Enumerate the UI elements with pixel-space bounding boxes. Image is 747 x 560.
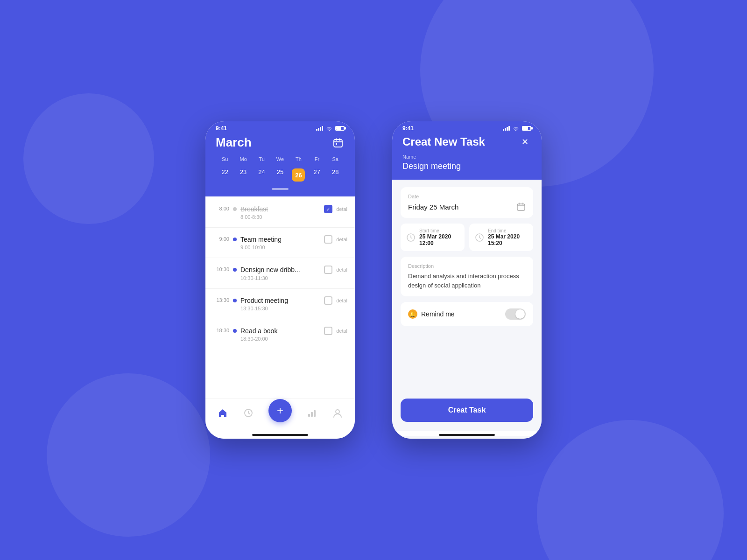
svg-rect-3 (308, 414, 310, 417)
task-checkbox-book[interactable] (324, 327, 332, 335)
task-title-design: Densign new dribb... (240, 266, 320, 274)
status-time-2: 9:41 (402, 125, 414, 132)
wifi-icon-2 (513, 126, 519, 131)
task-time-design: 10:30 (213, 266, 229, 272)
task-checkbox-design[interactable] (324, 266, 332, 274)
weekdays-row: Su Mo Tu We Th Fr Sa (216, 156, 345, 162)
bg-decoration-3 (23, 93, 154, 224)
battery-icon-1 (335, 126, 345, 131)
task-detail-team[interactable]: detal (336, 237, 347, 242)
task-actions-breakfast: detal (324, 205, 347, 213)
profile-icon (332, 407, 343, 419)
weekday-fr: Fr (308, 156, 326, 162)
status-bar-1: 9:41 (205, 121, 355, 133)
fab-plus-button[interactable]: + (268, 399, 292, 422)
time-section: Start time 25 Mar 2020 12:00 End time 25… (401, 224, 533, 251)
task-checkbox-product[interactable] (324, 296, 332, 305)
end-time-info: End time 25 Mar 2020 15:20 (488, 228, 528, 246)
nav-profile[interactable] (332, 407, 343, 419)
separator-1 (205, 227, 355, 228)
task-title-product: Product meeting (240, 296, 320, 305)
create-task-header: Creat New Task ✕ Name Design meeting (392, 133, 542, 180)
date-label: Date (408, 194, 526, 199)
form-body: Date Friday 25 March (392, 180, 542, 399)
create-task-title: Creat New Task (402, 135, 485, 148)
date-23[interactable]: 23 (234, 167, 252, 183)
chart-icon (306, 407, 317, 419)
task-actions-book: detal (324, 327, 347, 335)
task-checkbox-breakfast[interactable] (324, 205, 332, 213)
signal-icon-1 (316, 126, 323, 131)
reminder-section: 🔔 Remind me (401, 302, 533, 326)
task-content-product: Product meeting 13:30-15:30 (240, 296, 320, 311)
calendar-icon[interactable] (331, 136, 345, 149)
start-time-card[interactable]: Start time 25 Mar 2020 12:00 (401, 224, 465, 251)
date-27[interactable]: 27 (308, 167, 326, 183)
weekday-we: We (271, 156, 289, 162)
date-25[interactable]: 25 (271, 167, 289, 183)
nav-home[interactable] (217, 407, 228, 419)
tasks-list: 8:00 Breakfast 8:00-8:30 detal 9:00 Team… (205, 196, 355, 399)
task-subtitle-design: 10:30-11:30 (240, 275, 320, 281)
task-detail-breakfast[interactable]: detal (336, 206, 347, 212)
task-content-book: Read a book 18:30-20:00 (240, 327, 320, 342)
task-time-product: 13:30 (213, 296, 229, 303)
close-button[interactable]: ✕ (518, 135, 531, 148)
task-detail-design[interactable]: detal (336, 267, 347, 273)
task-row-book: 18:30 Read a book 18:30-20:00 detal (205, 323, 355, 345)
date-26-active[interactable]: 26 (289, 167, 308, 183)
calendar-title-row: March (216, 135, 345, 150)
date-value[interactable]: Friday 25 March (408, 202, 526, 211)
date-section: Date Friday 25 March (401, 187, 533, 218)
description-value[interactable]: Demand analysis and interaction process … (408, 272, 526, 290)
task-content-team: Team meeting 9:00-10:00 (240, 235, 320, 250)
name-field-label: Name (402, 154, 531, 160)
task-actions-design: detal (324, 266, 347, 274)
task-title-breakfast: Breakfast (240, 205, 320, 213)
remind-toggle[interactable] (505, 308, 526, 320)
status-bar-2: 9:41 (392, 121, 542, 133)
task-subtitle-product: 13:30-15:30 (240, 306, 320, 311)
nav-clock[interactable] (243, 407, 254, 419)
date-22[interactable]: 22 (216, 167, 234, 183)
date-24[interactable]: 24 (253, 167, 271, 183)
task-dot-breakfast (233, 207, 237, 211)
end-time-card[interactable]: End time 25 Mar 2020 15:20 (469, 224, 533, 251)
remind-label: Remind me (421, 310, 455, 318)
task-time-book: 18:30 (213, 327, 229, 333)
bottom-nav: + (205, 399, 355, 431)
name-field-value[interactable]: Design meeting (402, 161, 531, 171)
task-subtitle-team: 9:00-10:00 (240, 245, 320, 250)
end-time-value: 25 Mar 2020 15:20 (488, 233, 528, 246)
scroll-indicator (216, 188, 345, 190)
weekday-th: Th (289, 156, 308, 162)
create-task-button[interactable]: Creat Task (401, 399, 533, 422)
nav-chart[interactable] (306, 407, 317, 419)
nav-fab[interactable]: + (268, 399, 292, 427)
bg-decoration-2 (47, 373, 210, 537)
task-content-breakfast: Breakfast 8:00-8:30 (240, 205, 320, 220)
task-dot-team (233, 238, 237, 241)
dates-row: 22 23 24 25 26 27 28 (216, 167, 345, 183)
phones-container: 9:41 March (205, 121, 542, 439)
date-28[interactable]: 28 (326, 167, 345, 183)
task-content-design: Densign new dribb... 10:30-11:30 (240, 266, 320, 280)
create-btn-area: Creat Task (392, 399, 542, 431)
task-time-team: 9:00 (213, 235, 229, 242)
reminder-left: 🔔 Remind me (408, 309, 455, 319)
separator-2 (205, 258, 355, 258)
task-detail-book[interactable]: detal (336, 328, 347, 334)
task-subtitle-book: 18:30-20:00 (240, 336, 320, 342)
start-time-info: Start time 25 Mar 2020 12:00 (419, 228, 459, 246)
task-checkbox-team[interactable] (324, 235, 332, 244)
bg-decoration-4 (537, 420, 724, 560)
weekday-su: Su (216, 156, 234, 162)
task-detail-product[interactable]: detal (336, 298, 347, 303)
task-actions-team: detal (324, 235, 347, 244)
svg-rect-0 (334, 140, 342, 147)
task-dot-product (233, 299, 237, 302)
end-clock-icon (475, 233, 484, 242)
task-dot-book (233, 329, 237, 333)
battery-icon-2 (522, 126, 531, 131)
description-label: Description (408, 263, 526, 269)
